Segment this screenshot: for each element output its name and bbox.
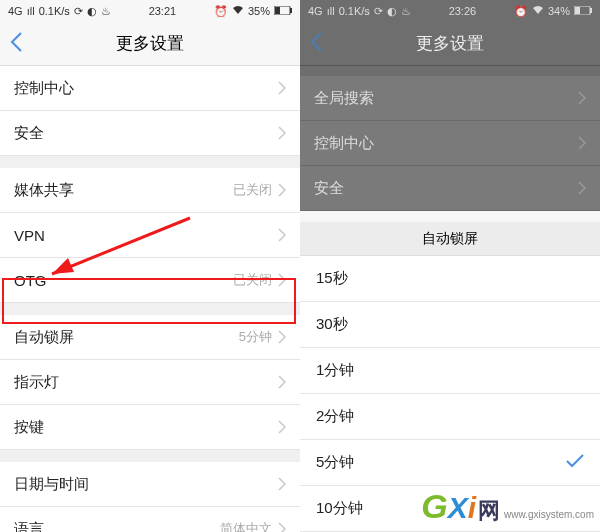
row-label: VPN — [14, 227, 45, 244]
battery-icon — [574, 5, 592, 17]
row-security[interactable]: 安全 — [0, 111, 300, 156]
row-indicator-light[interactable]: 指示灯 — [0, 360, 300, 405]
row-date-time[interactable]: 日期与时间 — [0, 462, 300, 507]
option-1min[interactable]: 1分钟 — [300, 348, 600, 394]
battery-percent: 35% — [248, 5, 270, 17]
option-label: 5分钟 — [316, 453, 354, 472]
status-icon: ⟳ — [74, 5, 83, 18]
battery-percent: 34% — [548, 5, 570, 17]
clock: 23:26 — [449, 5, 477, 17]
battery-icon — [274, 5, 292, 17]
row-security: 安全 — [300, 166, 600, 211]
header: 更多设置 — [300, 22, 600, 66]
row-label: 安全 — [314, 179, 344, 198]
row-global-search: 全局搜索 — [300, 76, 600, 121]
chevron-right-icon — [278, 81, 286, 95]
option-label: 1分钟 — [316, 361, 354, 380]
row-label: 控制中心 — [314, 134, 374, 153]
row-label: 全局搜索 — [314, 89, 374, 108]
option-15s[interactable]: 15秒 — [300, 256, 600, 302]
wifi-icon — [532, 5, 544, 17]
option-label: 15秒 — [316, 269, 348, 288]
svg-rect-7 — [575, 7, 580, 14]
svg-rect-2 — [275, 7, 280, 14]
row-vpn[interactable]: VPN — [0, 213, 300, 258]
chevron-right-icon — [278, 420, 286, 434]
check-icon — [566, 454, 584, 471]
row-value: 已关闭 — [233, 271, 272, 289]
status-icon: ◐ — [387, 5, 397, 18]
section-gap — [300, 66, 600, 76]
row-media-share[interactable]: 媒体共享 已关闭 — [0, 168, 300, 213]
row-label: 自动锁屏 — [14, 328, 74, 347]
chevron-right-icon — [578, 181, 586, 195]
screenshot-left: 4G ıll 0.1K/s ⟳ ◐ ♨ 23:21 ⏰ 35% 更多设置 — [0, 0, 300, 532]
signal-label: 4G — [8, 5, 23, 17]
status-icon: ♨ — [401, 5, 411, 18]
chevron-right-icon — [278, 126, 286, 140]
signal-bars-icon: ıll — [27, 5, 35, 17]
net-speed: 0.1K/s — [39, 5, 70, 17]
section-gap — [0, 156, 300, 168]
option-30s[interactable]: 30秒 — [300, 302, 600, 348]
chevron-right-icon — [278, 477, 286, 491]
section-gap — [0, 450, 300, 462]
autolock-picker-sheet: 自动锁屏 15秒 30秒 1分钟 2分钟 5分钟 10分钟 30分钟 — [300, 222, 600, 532]
row-label: 语言 — [14, 520, 44, 533]
row-label: 日期与时间 — [14, 475, 89, 494]
row-value: 已关闭 — [233, 181, 272, 199]
back-button[interactable] — [310, 32, 323, 56]
row-value: 简体中文 — [220, 520, 272, 532]
sheet-title: 自动锁屏 — [300, 222, 600, 256]
wifi-icon — [232, 5, 244, 17]
chevron-right-icon — [278, 273, 286, 287]
option-label: 10分钟 — [316, 499, 363, 518]
back-button[interactable] — [10, 32, 23, 56]
option-10min[interactable]: 10分钟 — [300, 486, 600, 532]
row-auto-lock[interactable]: 自动锁屏 5分钟 — [0, 315, 300, 360]
signal-bars-icon: ıll — [327, 5, 335, 17]
row-value: 5分钟 — [239, 328, 272, 346]
row-keys[interactable]: 按键 — [0, 405, 300, 450]
alarm-icon: ⏰ — [514, 5, 528, 18]
option-5min[interactable]: 5分钟 — [300, 440, 600, 486]
alarm-icon: ⏰ — [214, 5, 228, 18]
row-label: 指示灯 — [14, 373, 59, 392]
status-icon: ⟳ — [374, 5, 383, 18]
net-speed: 0.1K/s — [339, 5, 370, 17]
status-icon: ◐ — [87, 5, 97, 18]
chevron-right-icon — [578, 136, 586, 150]
status-bar: 4G ıll 0.1K/s ⟳ ◐ ♨ 23:26 ⏰ 34% — [300, 0, 600, 22]
row-label: 媒体共享 — [14, 181, 74, 200]
chevron-right-icon — [278, 522, 286, 532]
option-label: 2分钟 — [316, 407, 354, 426]
section-gap — [0, 303, 300, 315]
svg-rect-6 — [590, 8, 592, 13]
row-label: 控制中心 — [14, 79, 74, 98]
row-label: OTG — [14, 272, 47, 289]
page-title: 更多设置 — [416, 32, 484, 55]
chevron-right-icon — [278, 228, 286, 242]
svg-rect-1 — [290, 8, 292, 13]
clock: 23:21 — [149, 5, 177, 17]
row-otg[interactable]: OTG 已关闭 — [0, 258, 300, 303]
page-title: 更多设置 — [116, 32, 184, 55]
chevron-right-icon — [278, 183, 286, 197]
screenshot-right: 4G ıll 0.1K/s ⟳ ◐ ♨ 23:26 ⏰ 34% 更多设置 — [300, 0, 600, 532]
status-icon: ♨ — [101, 5, 111, 18]
signal-label: 4G — [308, 5, 323, 17]
row-language[interactable]: 语言 简体中文 — [0, 507, 300, 532]
header: 更多设置 — [0, 22, 300, 66]
chevron-right-icon — [278, 375, 286, 389]
status-bar: 4G ıll 0.1K/s ⟳ ◐ ♨ 23:21 ⏰ 35% — [0, 0, 300, 22]
row-control-center: 控制中心 — [300, 121, 600, 166]
option-2min[interactable]: 2分钟 — [300, 394, 600, 440]
chevron-right-icon — [578, 91, 586, 105]
chevron-right-icon — [278, 330, 286, 344]
row-control-center[interactable]: 控制中心 — [0, 66, 300, 111]
row-label: 按键 — [14, 418, 44, 437]
option-label: 30秒 — [316, 315, 348, 334]
row-label: 安全 — [14, 124, 44, 143]
